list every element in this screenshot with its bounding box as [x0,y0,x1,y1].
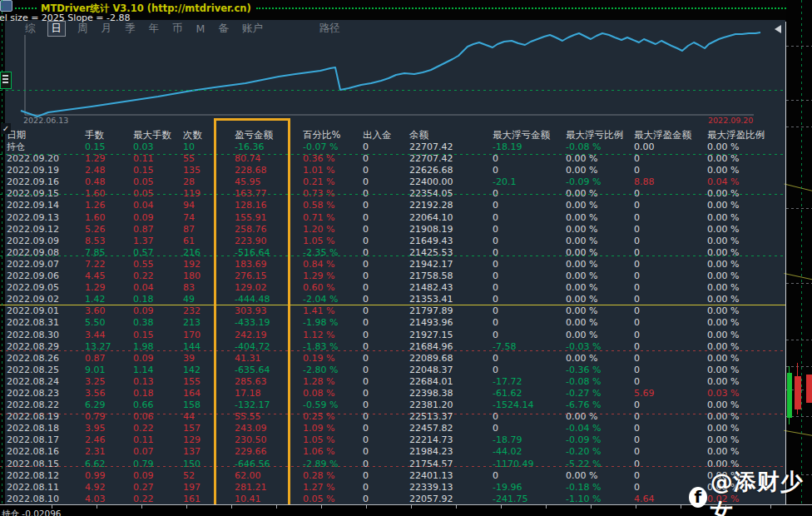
watermark: f @添财少女 [689,467,812,516]
grid-vline-green [801,0,802,505]
cell-max-lots: 0.15 [130,330,180,341]
axis-tick [97,505,97,509]
menu-item-10[interactable]: 账户 [240,22,265,36]
column-header-12[interactable]: 最大浮盈比例 [704,129,780,141]
menu-item-6[interactable]: 年 [147,22,161,36]
axis-tick [546,505,547,509]
chart-end-date-label: 2022.09.20 [708,116,753,125]
table-row[interactable]: 2022.09.201.290.115580.740.36 %022707.42… [7,153,780,165]
table-row[interactable]: 2022.08.162.310.07137229.661.06 %021984.… [7,446,780,458]
cell-max-float-loss-pct: 0.00 % [562,200,631,211]
table-row[interactable]: 2022.08.172.460.11129230.501.05 %022214.… [7,434,780,446]
column-header-7[interactable]: 出入金 [359,129,406,141]
cell-max-lots: 0.09 [130,353,180,365]
column-header-10[interactable]: 最大浮亏比例 [562,129,631,141]
table-row[interactable]: 2022.09.051.290.0483129.020.60 %021482.4… [7,282,780,294]
table-row[interactable]: 2022.09.141.260.0494128.160.58 %022192.2… [7,200,780,211]
cell-max-lots: 0.09 [130,470,180,482]
column-header-6[interactable]: 百分比% [300,129,359,141]
cell-inout: 0 [359,212,406,224]
table-row[interactable]: 2022.08.243.250.13155285.631.28 %022684.… [7,376,780,388]
menu-item-2[interactable]: 日 [47,21,67,37]
cell-max-float-loss: -20.1 [489,176,562,188]
menu-item-11[interactable]: 路径 [318,22,342,36]
cell-max-lots: 0.06 [130,411,180,423]
cell-balance: 21942.17 [406,259,489,270]
cell-max-float-loss-pct: -0.09 % [562,434,631,446]
menu-item-8[interactable]: M [195,22,207,35]
cell-max-float-loss: 0 [489,282,562,294]
cell-pct: -0.59 % [300,399,359,411]
cell-max-float-profit-pct: 0.00 % [704,270,780,282]
table-row[interactable]: 2022.09.098.531.3761223.901.05 %021649.4… [7,236,780,247]
cell-max-float-loss: 0 [489,330,562,341]
cell-inout: 0 [359,153,406,165]
table-row[interactable]: 2022.08.120.990.095262.000.28 %022401.13… [7,470,780,482]
cell-date: 2022.08.25 [7,365,82,376]
table-row[interactable]: 2022.09.125.260.8787258.761.20 %021908.1… [7,224,780,236]
table-row[interactable]: 2022.09.077.220.55192183.690.84 %021942.… [7,259,780,270]
table-row[interactable]: 2022.09.192.480.15135228.681.01 %022626.… [7,165,780,176]
menu-item-5[interactable]: 季 [123,22,137,36]
cell-max-float-profit-pct: 0.00 % [704,365,780,376]
cell-lots: 6.62 [82,459,130,470]
cell-max-float-profit: 0 [631,411,704,423]
cell-balance: 22398.38 [406,388,489,399]
cell-pct: 0.08 % [300,388,359,399]
table-row[interactable]: 2022.08.303.440.15170242.191.12 %021927.… [7,330,780,341]
cell-max-float-profit: 0 [631,224,704,236]
menu-item-3[interactable]: 周 [76,22,90,36]
table-row[interactable]: 2022.08.233.560.1816417.180.08 %022398.3… [7,388,780,399]
table-row[interactable]: 2022.08.156.620.79150-646.56-2.89 %02175… [7,459,780,470]
column-header-9[interactable]: 最大浮亏金额 [489,129,562,141]
cell-max-float-profit: 0 [631,282,704,294]
menu-item-9[interactable]: 备 [216,22,230,36]
table-row[interactable]: 2022.09.151.600.05119163.770.73 %022354.… [7,188,780,200]
cell-max-lots: 0.22 [130,423,180,434]
menu-item-4[interactable]: 月 [100,22,114,36]
cell-pct: 1.27 % [300,482,359,494]
cell-pct: 1.01 % [300,165,359,176]
column-header-3[interactable]: 最大手数 [130,129,180,141]
column-header-2[interactable]: 手数 [82,129,130,141]
table-row[interactable]: 2022.09.021.420.1849-444.48-2.04 %021353… [7,294,780,305]
cell-max-float-loss-pct: -0.09 % [562,176,631,188]
column-header-8[interactable]: 余额 [406,129,489,141]
cell-lots: 0.48 [82,176,130,188]
table-row[interactable]: 2022.09.064.450.22180276.151.29 %021758.… [7,270,780,282]
trendline [784,183,812,191]
cell-lots: 1.42 [82,294,130,305]
cell-pct: 1.05 % [300,434,359,446]
table-row[interactable]: 2022.08.183.950.22157243.091.09 %022457.… [7,423,780,434]
table-row[interactable]: 2022.09.013.600.09232303.931.41 %021797.… [7,305,780,317]
cell-max-lots: 0.11 [130,434,180,446]
scroll-left-arrow-icon[interactable] [775,25,781,33]
table-row[interactable]: 2022.08.315.500.38213-433.19-1.98 %02149… [7,317,780,329]
table-row[interactable]: 2022.08.226.290.66158-132.17-0.59 %02238… [7,399,780,411]
table-row[interactable]: 2022.08.2913.271.98144-404.72-1.83 %0216… [7,341,780,353]
cell-max-float-loss-pct: 0.00 % [562,165,631,176]
table-row[interactable]: 2022.09.160.480.052845.950.21 %022400.00… [7,176,780,188]
table-rows: 持仓0.150.0310-16.36-0.07 %022707.42-18.19… [7,141,780,505]
cell-max-float-profit-pct: 0.00 % [704,165,780,176]
toolbar-tool-icon[interactable] [0,72,12,89]
table-row[interactable]: 2022.09.131.600.0974155.910.71 %022064.1… [7,212,780,224]
menu-item-7[interactable]: 币 [171,22,185,36]
table-row[interactable]: 2022.08.260.870.093941.310.19 %022089.68… [7,353,780,365]
cell-max-float-loss-pct: -0.04 % [562,423,631,434]
table-row[interactable]: 2022.08.190.790.064455.550.25 %022513.37… [7,411,780,423]
cell-pct: -2.04 % [300,294,359,305]
column-header-1[interactable]: 日期 [7,129,82,141]
cell-date: 2022.08.23 [7,388,82,399]
cell-date: 2022.09.19 [7,165,82,176]
cell-lots: 0.99 [82,470,130,482]
checkmark-icon[interactable]: ✓ [1,123,11,134]
menu-item-1[interactable]: 综 [23,22,37,36]
table-row[interactable]: 2022.09.087.850.57216-516.64-2.35 %02142… [7,247,780,259]
table-row[interactable]: 2022.08.114.920.27197281.211.27 %022339.… [7,482,780,494]
table-row[interactable]: 2022.08.259.011.14142-635.64-2.80 %02204… [7,365,780,376]
table-row[interactable]: 2022.08.104.030.2216110.410.05 %022057.9… [7,494,780,505]
column-header-11[interactable]: 最大浮盈金额 [631,129,704,141]
table-row[interactable]: 持仓0.150.0310-16.36-0.07 %022707.42-18.19… [7,141,780,153]
cell-max-float-profit-pct: 0.00 % [704,411,780,423]
